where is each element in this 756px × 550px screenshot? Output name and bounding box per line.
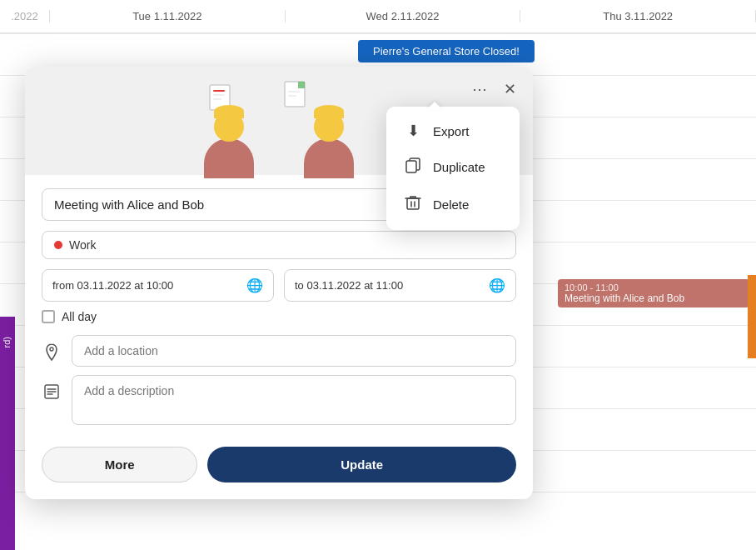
avatar-head-1 bbox=[214, 112, 244, 142]
cal-col-tue: Tue 1.11.2022 bbox=[50, 10, 286, 22]
svg-rect-5 bbox=[298, 82, 305, 88]
update-button[interactable]: Update bbox=[207, 447, 516, 482]
allday-row: All day bbox=[42, 310, 516, 323]
export-icon: ⬇ bbox=[403, 122, 423, 140]
cal-col-thu: Thu 3.11.2022 bbox=[520, 10, 756, 22]
more-button[interactable]: More bbox=[42, 447, 197, 482]
event-time: 10:00 - 11:00 bbox=[565, 282, 743, 292]
modal-footer: More Update bbox=[25, 433, 533, 482]
event-modal: ⋯ ✕ ⬇ Export Duplicate bbox=[25, 67, 533, 499]
cal-col-prev: .2022 bbox=[0, 10, 50, 22]
avatar-2 bbox=[304, 112, 354, 178]
svg-rect-3 bbox=[213, 98, 221, 100]
svg-point-11 bbox=[50, 348, 53, 351]
category-dot bbox=[54, 241, 62, 249]
location-icon bbox=[42, 343, 62, 366]
dropdown-arrow bbox=[426, 102, 443, 110]
duplicate-label: Duplicate bbox=[433, 160, 485, 174]
sidebar-event-text: rd) bbox=[0, 333, 13, 351]
delete-label: Delete bbox=[433, 198, 469, 212]
to-timezone-icon: 🌐 bbox=[489, 278, 505, 293]
description-input[interactable] bbox=[72, 375, 516, 425]
svg-rect-1 bbox=[213, 90, 225, 92]
svg-rect-7 bbox=[288, 95, 296, 97]
allday-banner: Pierre's General Store Closed! bbox=[358, 40, 535, 62]
duplicate-menu-item[interactable]: Duplicate bbox=[386, 148, 520, 186]
from-date-text: from 03.11.2022 at 10:00 bbox=[52, 279, 173, 292]
modal-actions: ⋯ ✕ bbox=[469, 77, 520, 102]
duplicate-icon bbox=[403, 157, 423, 178]
calendar-event-block[interactable]: 10:00 - 11:00 Meeting with Alice and Bob bbox=[558, 279, 749, 308]
to-date-field[interactable]: to 03.11.2022 at 11:00 🌐 bbox=[284, 269, 516, 302]
delete-menu-item[interactable]: Delete bbox=[386, 186, 520, 223]
allday-checkbox[interactable] bbox=[42, 310, 55, 323]
avatar-head-2 bbox=[314, 112, 344, 142]
ellipsis-icon: ⋯ bbox=[472, 80, 487, 98]
to-date-text: to 03.11.2022 at 11:00 bbox=[295, 279, 403, 292]
category-selector[interactable]: Work bbox=[42, 231, 516, 259]
more-options-button[interactable]: ⋯ bbox=[469, 77, 490, 102]
dropdown-menu: ⬇ Export Duplicate Delete bbox=[386, 107, 520, 230]
avatar-body-1 bbox=[204, 138, 254, 178]
svg-rect-2 bbox=[213, 94, 225, 96]
event-title-cal: Meeting with Alice and Bob bbox=[565, 292, 743, 304]
close-button[interactable]: ✕ bbox=[500, 77, 520, 102]
from-timezone-icon: 🌐 bbox=[246, 278, 263, 293]
category-label: Work bbox=[69, 238, 96, 252]
cal-col-wed: Wed 2.11.2022 bbox=[286, 10, 521, 22]
from-date-field[interactable]: from 03.11.2022 at 10:00 🌐 bbox=[42, 269, 274, 302]
orange-edge-event bbox=[748, 275, 756, 358]
export-menu-item[interactable]: ⬇ Export bbox=[386, 113, 520, 148]
calendar-header: .2022 Tue 1.11.2022 Wed 2.11.2022 Thu 3.… bbox=[0, 0, 756, 33]
close-icon: ✕ bbox=[504, 80, 516, 98]
description-icon bbox=[42, 383, 62, 404]
allday-label: All day bbox=[62, 310, 97, 323]
svg-rect-6 bbox=[288, 91, 300, 92]
delete-icon bbox=[403, 194, 423, 215]
export-label: Export bbox=[433, 124, 469, 138]
description-row bbox=[42, 375, 516, 425]
avatar-1 bbox=[204, 112, 254, 178]
avatar-body-2 bbox=[304, 138, 354, 178]
location-row bbox=[42, 335, 516, 367]
svg-rect-10 bbox=[407, 198, 419, 209]
location-input[interactable] bbox=[72, 335, 516, 367]
svg-rect-9 bbox=[406, 161, 416, 172]
sidebar-event bbox=[0, 317, 15, 550]
date-range-row: from 03.11.2022 at 10:00 🌐 to 03.11.2022… bbox=[42, 269, 516, 302]
